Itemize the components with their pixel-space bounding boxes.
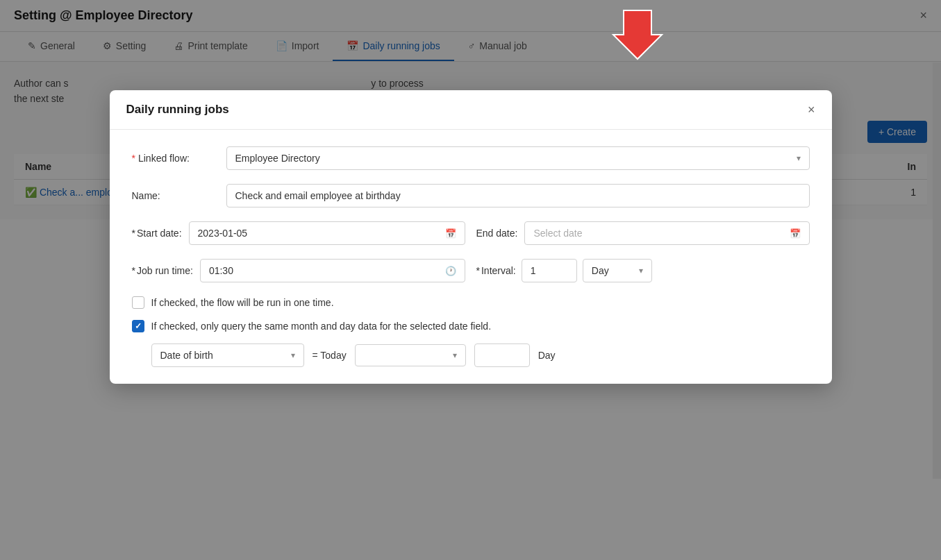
start-date-input[interactable]: 2023-01-05 📅 (189, 221, 465, 245)
date-field-chevron-icon: ▾ (291, 350, 295, 360)
red-arrow (610, 7, 665, 65)
modal-overlay: Daily running jobs × * Linked flow: Empl… (0, 0, 941, 560)
start-date-label: * Start date: (132, 228, 182, 239)
checkbox1-row: If checked, the flow will be run in one … (132, 296, 810, 309)
modal-title: Daily running jobs (126, 103, 229, 117)
end-date-group: End date: Select date 📅 (476, 221, 810, 245)
date-field-row: Date of birth ▾ = Today ▾ Day (151, 343, 810, 367)
checkbox1-label: If checked, the flow will be run in one … (151, 297, 334, 308)
job-run-time-label: * Job run time: (132, 265, 193, 276)
clock-icon: 🕐 (445, 266, 456, 276)
svg-marker-0 (613, 10, 662, 59)
checkbox2-row: If checked, only query the same month an… (132, 320, 810, 332)
chevron-down-icon: ▾ (797, 153, 801, 163)
linked-flow-label: * Linked flow: (132, 153, 215, 164)
interval-unit-select[interactable]: Day ▾ (583, 259, 652, 282)
end-calendar-icon: 📅 (790, 228, 801, 239)
name-row: Name: (132, 184, 810, 207)
job-run-time-value: 01:30 (209, 265, 233, 276)
calendar-icon: 📅 (445, 228, 456, 239)
interval-label: * Interval: (476, 265, 516, 276)
date-field-select[interactable]: Date of birth ▾ (151, 343, 304, 367)
today-chevron-icon: ▾ (453, 350, 457, 360)
job-run-time-input[interactable]: 01:30 🕐 (200, 259, 465, 282)
modal-header: Daily running jobs × (110, 90, 832, 130)
checkbox2-label: If checked, only query the same month an… (151, 321, 492, 332)
modal-body: * Linked flow: Employee Directory ▾ Name… (110, 130, 832, 384)
linked-flow-row: * Linked flow: Employee Directory ▾ (132, 146, 810, 170)
today-select[interactable]: ▾ (355, 344, 466, 366)
end-date-label: End date: (476, 228, 518, 239)
end-date-placeholder: Select date (533, 228, 582, 239)
end-date-input[interactable]: Select date 📅 (524, 221, 809, 245)
name-label: Name: (132, 190, 215, 201)
checkbox1[interactable] (132, 296, 144, 309)
interval-input[interactable] (522, 259, 577, 282)
date-row: * Start date: 2023-01-05 📅 End date: (132, 221, 810, 245)
linked-flow-select[interactable]: Employee Directory ▾ (226, 146, 810, 170)
name-input[interactable] (226, 184, 810, 207)
linked-flow-value: Employee Directory (235, 153, 320, 164)
modal-close-button[interactable]: × (808, 103, 815, 116)
start-date-group: * Start date: 2023-01-05 📅 (132, 221, 465, 245)
start-date-value: 2023-01-05 (198, 228, 248, 239)
checkbox2[interactable] (132, 320, 144, 332)
interval-unit-value: Day (592, 265, 609, 276)
interval-group: * Interval: Day ▾ (476, 259, 810, 282)
job-interval-row: * Job run time: 01:30 🕐 * Interval: (132, 259, 810, 282)
day-label: Day (538, 350, 556, 361)
job-run-time-group: * Job run time: 01:30 🕐 (132, 259, 465, 282)
modal: Daily running jobs × * Linked flow: Empl… (110, 90, 832, 384)
app-window: Setting @ Employee Directory × ✎ General… (0, 0, 941, 560)
interval-chevron-icon: ▾ (639, 266, 643, 275)
date-field-value: Date of birth (160, 350, 213, 361)
equals-label: = Today (313, 350, 347, 361)
day-input[interactable] (474, 343, 530, 367)
